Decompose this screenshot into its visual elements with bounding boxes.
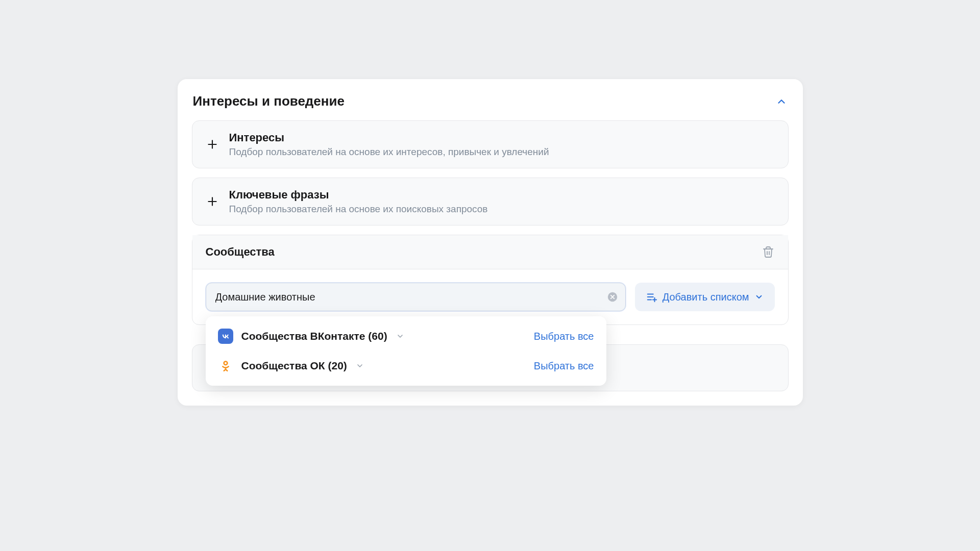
select-all-vk[interactable]: Выбрать все xyxy=(534,331,594,342)
communities-header: Сообщества xyxy=(192,235,788,269)
communities-block: Сообщества Добавить списком xyxy=(192,235,789,325)
chevron-down-icon xyxy=(396,332,405,341)
interests-title: Интересы xyxy=(229,131,775,144)
plus-icon xyxy=(206,195,219,208)
add-list-button[interactable]: Добавить списком xyxy=(635,283,775,311)
collapse-toggle[interactable] xyxy=(775,95,788,108)
trash-icon xyxy=(762,246,774,258)
interests-text: Интересы Подбор пользователей на основе … xyxy=(229,131,775,158)
communities-title: Сообщества xyxy=(206,245,275,259)
select-all-ok[interactable]: Выбрать все xyxy=(534,360,594,372)
delete-communities-button[interactable] xyxy=(762,245,775,259)
communities-dropdown: Сообщества ВКонтакте (60) Выбрать все Со… xyxy=(206,316,606,386)
search-wrap xyxy=(206,283,626,311)
communities-search-input[interactable] xyxy=(206,283,626,311)
interests-behavior-panel: Интересы и поведение Интересы Подбор пол… xyxy=(178,79,803,406)
keyphrases-text: Ключевые фразы Подбор пользователей на о… xyxy=(229,188,775,215)
keyphrases-title: Ключевые фразы xyxy=(229,188,775,202)
vk-label: Сообщества ВКонтакте (60) xyxy=(241,330,387,342)
dropdown-row-vk[interactable]: Сообщества ВКонтакте (60) Выбрать все xyxy=(206,321,606,351)
chevron-up-icon xyxy=(776,96,787,107)
keyphrases-desc: Подбор пользователей на основе их поиско… xyxy=(229,204,775,215)
close-circle-icon xyxy=(607,291,618,303)
plus-icon xyxy=(206,138,219,151)
communities-body: Добавить списком Сообщества ВКонтакте (6… xyxy=(192,269,788,324)
list-add-icon xyxy=(646,291,657,303)
interests-option[interactable]: Интересы Подбор пользователей на основе … xyxy=(192,120,789,168)
dropdown-row-ok[interactable]: Сообщества ОК (20) Выбрать все xyxy=(206,351,606,381)
clear-search-button[interactable] xyxy=(606,291,619,303)
panel-header: Интересы и поведение xyxy=(192,93,789,109)
vk-icon xyxy=(218,329,233,344)
add-list-label: Добавить списком xyxy=(663,291,749,303)
svg-point-10 xyxy=(224,361,227,365)
interests-desc: Подбор пользователей на основе их интере… xyxy=(229,146,775,158)
keyphrases-option[interactable]: Ключевые фразы Подбор пользователей на о… xyxy=(192,178,789,226)
chevron-down-icon xyxy=(754,292,764,302)
chevron-down-icon xyxy=(355,361,364,370)
panel-title: Интересы и поведение xyxy=(193,93,345,109)
ok-label: Сообщества ОК (20) xyxy=(241,360,347,372)
ok-icon xyxy=(218,358,233,373)
